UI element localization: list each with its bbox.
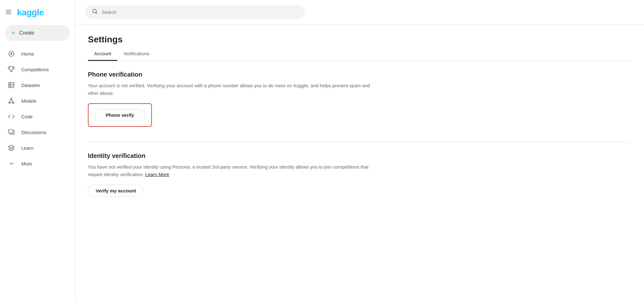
sidebar-item-models[interactable]: Models [0, 93, 71, 109]
code-label: Code [21, 114, 33, 119]
search-bar [85, 5, 305, 19]
tab-notifications[interactable]: Notifications [117, 47, 156, 61]
sidebar-item-learn[interactable]: Learn [0, 140, 71, 156]
discussions-label: Discussions [21, 130, 46, 135]
discussions-icon [8, 129, 15, 136]
identity-verification-desc-text: You have not verified your identity usin… [88, 164, 368, 177]
svg-rect-7 [9, 83, 14, 88]
compass-icon [8, 50, 15, 57]
svg-point-11 [11, 98, 12, 100]
svg-marker-4 [10, 52, 13, 55]
plus-icon: + [11, 29, 15, 37]
page-title: Settings [88, 35, 631, 45]
search-icon [92, 8, 98, 16]
svg-line-19 [96, 13, 98, 14]
phone-verification-title: Phone verification [88, 71, 631, 78]
home-label: Home [21, 51, 34, 57]
svg-line-14 [9, 99, 11, 102]
sidebar-item-more[interactable]: More [0, 156, 71, 171]
content-area: Settings Account Notifications Phone ver… [75, 24, 644, 302]
sidebar-header: kaggle [0, 5, 75, 23]
learn-more-link[interactable]: Learn More [145, 172, 169, 177]
svg-point-18 [93, 9, 96, 13]
more-label: More [21, 161, 32, 166]
svg-line-15 [11, 99, 13, 102]
phone-verification-section: Phone verification Your account is not v… [88, 71, 631, 129]
sidebar-item-discussions[interactable]: Discussions [0, 124, 71, 140]
phone-verification-desc: Your account is not verified. Verifying … [88, 82, 370, 97]
identity-verification-section: Identity verification You have not verif… [88, 152, 631, 197]
sidebar-item-home[interactable]: Home [0, 46, 71, 62]
main-content: Settings Account Notifications Phone ver… [75, 0, 644, 302]
create-button[interactable]: + Create [5, 25, 70, 41]
svg-rect-17 [8, 130, 13, 133]
tab-account[interactable]: Account [88, 47, 117, 61]
verify-account-button[interactable]: Verify my account [88, 185, 144, 197]
create-button-label: Create [19, 30, 34, 36]
code-icon [8, 113, 15, 120]
section-divider [88, 142, 631, 142]
sidebar-item-datasets[interactable]: Datasets [0, 77, 71, 93]
learn-icon [8, 144, 15, 151]
identity-verification-desc: You have not verified your identity usin… [88, 163, 370, 178]
hamburger-icon[interactable] [5, 8, 12, 17]
sidebar: kaggle + Create Home Competitions [0, 0, 75, 302]
tabs: Account Notifications [88, 47, 631, 61]
sidebar-item-competitions[interactable]: Competitions [0, 62, 71, 77]
phone-verify-btn-container: Phone verify [88, 103, 152, 127]
phone-verify-button[interactable]: Phone verify [95, 109, 145, 121]
identity-verification-title: Identity verification [88, 152, 631, 159]
kaggle-logo: kaggle [17, 8, 44, 18]
trophy-icon [8, 66, 15, 73]
models-icon [8, 97, 15, 104]
learn-label: Learn [21, 145, 33, 151]
search-bar-container [75, 0, 644, 24]
sidebar-item-code[interactable]: Code [0, 109, 71, 124]
table-icon [8, 82, 15, 89]
competitions-label: Competitions [21, 67, 49, 72]
datasets-label: Datasets [21, 83, 40, 88]
chevron-down-icon [8, 160, 15, 167]
search-input[interactable] [102, 9, 299, 15]
models-label: Models [21, 98, 36, 104]
